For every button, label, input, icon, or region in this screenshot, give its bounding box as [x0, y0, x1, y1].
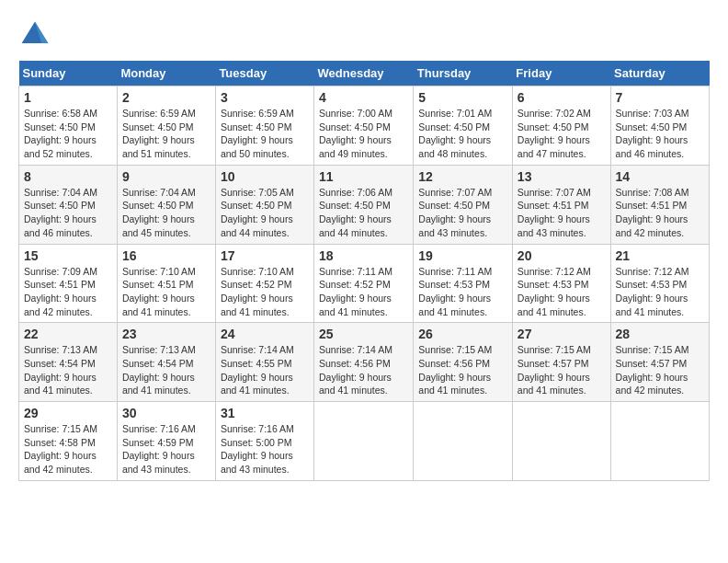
- day-info: Sunrise: 7:01 AMSunset: 4:50 PMDaylight:…: [418, 107, 507, 161]
- day-cell: 16 Sunrise: 7:10 AMSunset: 4:51 PMDaylig…: [117, 244, 215, 323]
- day-info: Sunrise: 7:15 AMSunset: 4:57 PMDaylight:…: [518, 343, 606, 397]
- day-cell: 17 Sunrise: 7:10 AMSunset: 4:52 PMDaylig…: [215, 244, 313, 323]
- day-cell: 12 Sunrise: 7:07 AMSunset: 4:50 PMDaylig…: [414, 165, 513, 244]
- calendar-table: SundayMondayTuesdayWednesdayThursdayFrid…: [18, 61, 710, 481]
- day-info: Sunrise: 7:15 AMSunset: 4:56 PMDaylight:…: [418, 343, 507, 397]
- day-cell: 7 Sunrise: 7:03 AMSunset: 4:50 PMDayligh…: [610, 86, 709, 166]
- col-header-tuesday: Tuesday: [215, 61, 313, 86]
- day-number: 27: [518, 327, 606, 341]
- day-info: Sunrise: 7:10 AMSunset: 4:52 PMDaylight:…: [221, 265, 309, 319]
- day-cell: 28 Sunrise: 7:15 AMSunset: 4:57 PMDaylig…: [610, 323, 709, 402]
- day-info: Sunrise: 7:08 AMSunset: 4:51 PMDaylight:…: [616, 186, 704, 240]
- day-number: 18: [319, 248, 408, 263]
- day-cell: 27 Sunrise: 7:15 AMSunset: 4:57 PMDaylig…: [512, 323, 610, 402]
- day-cell: [414, 402, 513, 481]
- day-cell: 31 Sunrise: 7:16 AMSunset: 5:00 PMDaylig…: [215, 402, 313, 481]
- day-number: 23: [122, 327, 210, 341]
- logo-icon: [18, 18, 51, 52]
- day-number: 16: [122, 248, 210, 263]
- day-info: Sunrise: 7:00 AMSunset: 4:50 PMDaylight:…: [319, 107, 408, 161]
- day-number: 2: [122, 90, 210, 105]
- col-header-monday: Monday: [117, 61, 215, 86]
- day-info: Sunrise: 7:14 AMSunset: 4:56 PMDaylight:…: [319, 343, 408, 397]
- day-info: Sunrise: 7:13 AMSunset: 4:54 PMDaylight:…: [24, 343, 112, 397]
- day-cell: 21 Sunrise: 7:12 AMSunset: 4:53 PMDaylig…: [610, 244, 709, 323]
- day-cell: [512, 402, 610, 481]
- day-cell: 9 Sunrise: 7:04 AMSunset: 4:50 PMDayligh…: [117, 165, 215, 244]
- day-cell: 10 Sunrise: 7:05 AMSunset: 4:50 PMDaylig…: [215, 165, 313, 244]
- day-info: Sunrise: 7:06 AMSunset: 4:50 PMDaylight:…: [319, 186, 408, 240]
- day-info: Sunrise: 7:15 AMSunset: 4:57 PMDaylight:…: [616, 343, 704, 397]
- day-number: 6: [518, 90, 606, 105]
- day-cell: 19 Sunrise: 7:11 AMSunset: 4:53 PMDaylig…: [414, 244, 513, 323]
- day-info: Sunrise: 7:16 AMSunset: 5:00 PMDaylight:…: [221, 422, 309, 477]
- day-cell: 14 Sunrise: 7:08 AMSunset: 4:51 PMDaylig…: [610, 165, 709, 244]
- day-info: Sunrise: 6:58 AMSunset: 4:50 PMDaylight:…: [24, 107, 112, 161]
- day-number: 22: [24, 327, 112, 341]
- day-info: Sunrise: 7:13 AMSunset: 4:54 PMDaylight:…: [122, 343, 210, 397]
- day-cell: 29 Sunrise: 7:15 AMSunset: 4:58 PMDaylig…: [19, 402, 118, 481]
- day-number: 7: [616, 90, 704, 105]
- day-info: Sunrise: 7:16 AMSunset: 4:59 PMDaylight:…: [122, 422, 210, 477]
- day-info: Sunrise: 7:14 AMSunset: 4:55 PMDaylight:…: [221, 343, 309, 397]
- day-number: 31: [221, 406, 309, 420]
- week-row-5: 29 Sunrise: 7:15 AMSunset: 4:58 PMDaylig…: [19, 402, 710, 481]
- page-header: [18, 18, 710, 52]
- day-cell: 5 Sunrise: 7:01 AMSunset: 4:50 PMDayligh…: [414, 86, 513, 166]
- week-row-3: 15 Sunrise: 7:09 AMSunset: 4:51 PMDaylig…: [19, 244, 710, 323]
- day-info: Sunrise: 6:59 AMSunset: 4:50 PMDaylight:…: [221, 107, 309, 161]
- day-info: Sunrise: 6:59 AMSunset: 4:50 PMDaylight:…: [122, 107, 210, 161]
- day-info: Sunrise: 7:07 AMSunset: 4:51 PMDaylight:…: [518, 186, 606, 240]
- day-number: 17: [221, 248, 309, 263]
- day-cell: 18 Sunrise: 7:11 AMSunset: 4:52 PMDaylig…: [314, 244, 414, 323]
- day-info: Sunrise: 7:15 AMSunset: 4:58 PMDaylight:…: [24, 422, 112, 477]
- day-number: 8: [24, 169, 112, 184]
- day-cell: 13 Sunrise: 7:07 AMSunset: 4:51 PMDaylig…: [512, 165, 610, 244]
- day-info: Sunrise: 7:03 AMSunset: 4:50 PMDaylight:…: [616, 107, 704, 161]
- col-header-friday: Friday: [512, 61, 610, 86]
- day-info: Sunrise: 7:04 AMSunset: 4:50 PMDaylight:…: [24, 186, 112, 240]
- header-row: SundayMondayTuesdayWednesdayThursdayFrid…: [19, 61, 710, 86]
- day-number: 3: [221, 90, 309, 105]
- col-header-thursday: Thursday: [414, 61, 513, 86]
- day-info: Sunrise: 7:12 AMSunset: 4:53 PMDaylight:…: [518, 265, 606, 319]
- day-info: Sunrise: 7:05 AMSunset: 4:50 PMDaylight:…: [221, 186, 309, 240]
- day-number: 28: [616, 327, 704, 341]
- day-cell: 6 Sunrise: 7:02 AMSunset: 4:50 PMDayligh…: [512, 86, 610, 166]
- day-cell: 26 Sunrise: 7:15 AMSunset: 4:56 PMDaylig…: [414, 323, 513, 402]
- day-number: 30: [122, 406, 210, 420]
- day-cell: 15 Sunrise: 7:09 AMSunset: 4:51 PMDaylig…: [19, 244, 118, 323]
- day-info: Sunrise: 7:04 AMSunset: 4:50 PMDaylight:…: [122, 186, 210, 240]
- day-info: Sunrise: 7:09 AMSunset: 4:51 PMDaylight:…: [24, 265, 112, 319]
- day-cell: 3 Sunrise: 6:59 AMSunset: 4:50 PMDayligh…: [215, 86, 313, 166]
- day-cell: 25 Sunrise: 7:14 AMSunset: 4:56 PMDaylig…: [314, 323, 414, 402]
- day-info: Sunrise: 7:07 AMSunset: 4:50 PMDaylight:…: [418, 186, 507, 240]
- day-cell: 23 Sunrise: 7:13 AMSunset: 4:54 PMDaylig…: [117, 323, 215, 402]
- day-number: 14: [616, 169, 704, 184]
- day-number: 9: [122, 169, 210, 184]
- col-header-sunday: Sunday: [19, 61, 118, 86]
- day-cell: 11 Sunrise: 7:06 AMSunset: 4:50 PMDaylig…: [314, 165, 414, 244]
- day-cell: 4 Sunrise: 7:00 AMSunset: 4:50 PMDayligh…: [314, 86, 414, 166]
- day-info: Sunrise: 7:12 AMSunset: 4:53 PMDaylight:…: [616, 265, 704, 319]
- col-header-wednesday: Wednesday: [314, 61, 414, 86]
- day-number: 29: [24, 406, 112, 420]
- logo: [18, 18, 55, 52]
- day-number: 12: [418, 169, 507, 184]
- week-row-1: 1 Sunrise: 6:58 AMSunset: 4:50 PMDayligh…: [19, 86, 710, 166]
- day-cell: 8 Sunrise: 7:04 AMSunset: 4:50 PMDayligh…: [19, 165, 118, 244]
- day-info: Sunrise: 7:11 AMSunset: 4:52 PMDaylight:…: [319, 265, 408, 319]
- week-row-2: 8 Sunrise: 7:04 AMSunset: 4:50 PMDayligh…: [19, 165, 710, 244]
- day-cell: 1 Sunrise: 6:58 AMSunset: 4:50 PMDayligh…: [19, 86, 118, 166]
- day-number: 15: [24, 248, 112, 263]
- day-number: 4: [319, 90, 408, 105]
- day-number: 5: [418, 90, 507, 105]
- day-cell: 24 Sunrise: 7:14 AMSunset: 4:55 PMDaylig…: [215, 323, 313, 402]
- day-cell: 20 Sunrise: 7:12 AMSunset: 4:53 PMDaylig…: [512, 244, 610, 323]
- day-number: 26: [418, 327, 507, 341]
- day-cell: [314, 402, 414, 481]
- week-row-4: 22 Sunrise: 7:13 AMSunset: 4:54 PMDaylig…: [19, 323, 710, 402]
- day-number: 21: [616, 248, 704, 263]
- day-number: 11: [319, 169, 408, 184]
- day-number: 10: [221, 169, 309, 184]
